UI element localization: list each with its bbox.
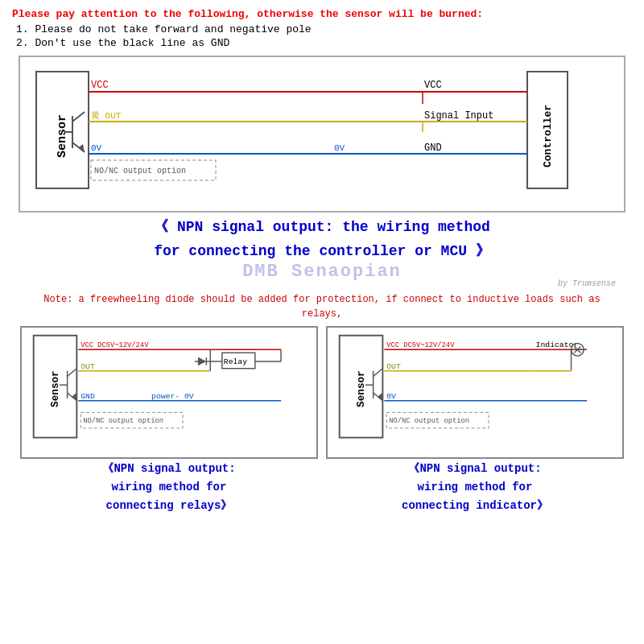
- warning-main: Please pay attention to the following, o…: [12, 8, 632, 20]
- bl-title-3: connecting relays》: [24, 498, 314, 514]
- br-title-3: connecting indicator》: [330, 498, 620, 514]
- bottom-left-diagram: Sensor VCC DC5V~12V/24V OUT: [20, 326, 318, 459]
- svg-text:VCC: VCC: [424, 80, 442, 91]
- warning-section: Please pay attention to the following, o…: [12, 8, 632, 49]
- bottom-right-svg: Sensor VCC DC5V~12V/24V OUT Indicator: [328, 328, 622, 457]
- svg-text:NO/NC output option: NO/NC output option: [389, 417, 469, 425]
- svg-text:VCC DC5V~12V/24V: VCC DC5V~12V/24V: [386, 342, 455, 350]
- svg-text:0V: 0V: [91, 143, 102, 153]
- bottom-titles: 《NPN signal output: wiring method for co…: [20, 459, 624, 516]
- br-title-1: 《NPN signal output:: [330, 461, 620, 477]
- svg-text:Sensor: Sensor: [56, 114, 69, 158]
- top-diagram-section: Sensor VCC VCC 黄 OUT Signal Input 0V 0V …: [19, 56, 625, 213]
- watermark: DMB Senaopian: [242, 262, 402, 282]
- svg-text:VCC: VCC: [91, 80, 109, 91]
- instruction-1: 1. Please do not take forward and negati…: [16, 23, 632, 35]
- bottom-left-svg: Sensor VCC DC5V~12V/24V OUT: [22, 328, 316, 457]
- svg-text:GND: GND: [80, 392, 95, 401]
- page-container: Please pay attention to the following, o…: [0, 0, 644, 644]
- svg-text:Signal Input: Signal Input: [424, 110, 493, 122]
- note-text: Note: a freewheeling diode should be add…: [28, 292, 616, 321]
- top-title-line2: for connecting the controller or MCU 》: [12, 242, 632, 262]
- bl-title-1: 《NPN signal output:: [24, 461, 314, 477]
- bottom-right-diagram: Sensor VCC DC5V~12V/24V OUT Indicator: [326, 326, 624, 459]
- instruction-2: 2. Don't use the black line as GND: [16, 37, 632, 49]
- instruction-list: 1. Please do not take forward and negati…: [16, 23, 632, 49]
- top-diagram-svg: Sensor VCC VCC 黄 OUT Signal Input 0V 0V …: [27, 64, 617, 204]
- bottom-right-title: 《NPN signal output: wiring method for co…: [326, 459, 624, 516]
- br-title-2: wiring method for: [330, 480, 620, 496]
- svg-text:0V: 0V: [386, 392, 396, 401]
- bl-title-2: wiring method for: [24, 480, 314, 496]
- svg-text:NO/NC output option: NO/NC output option: [83, 417, 163, 425]
- bottom-left-title: 《NPN signal output: wiring method for co…: [20, 459, 318, 516]
- bottom-row: Sensor VCC DC5V~12V/24V OUT: [20, 326, 624, 459]
- svg-marker-39: [199, 357, 207, 365]
- svg-text:黄 OUT: 黄 OUT: [91, 110, 122, 121]
- svg-text:Relay: Relay: [224, 357, 247, 366]
- svg-text:Sensor: Sensor: [49, 371, 61, 408]
- svg-text:VCC DC5V~12V/24V: VCC DC5V~12V/24V: [80, 342, 149, 350]
- svg-text:GND: GND: [424, 142, 442, 154]
- svg-text:NO/NC output option: NO/NC output option: [94, 167, 186, 175]
- svg-text:OUT: OUT: [386, 362, 401, 371]
- top-title: 《 NPN signal output: the wiring method f…: [12, 217, 632, 262]
- svg-text:power- 0V: power- 0V: [151, 392, 194, 401]
- watermark-container: DMB Senaopian: [12, 262, 632, 282]
- svg-text:Sensor: Sensor: [355, 371, 367, 408]
- top-title-line1: 《 NPN signal output: the wiring method: [12, 217, 632, 237]
- svg-text:Controller: Controller: [542, 105, 554, 167]
- svg-text:0V: 0V: [334, 143, 345, 153]
- svg-text:OUT: OUT: [80, 362, 95, 371]
